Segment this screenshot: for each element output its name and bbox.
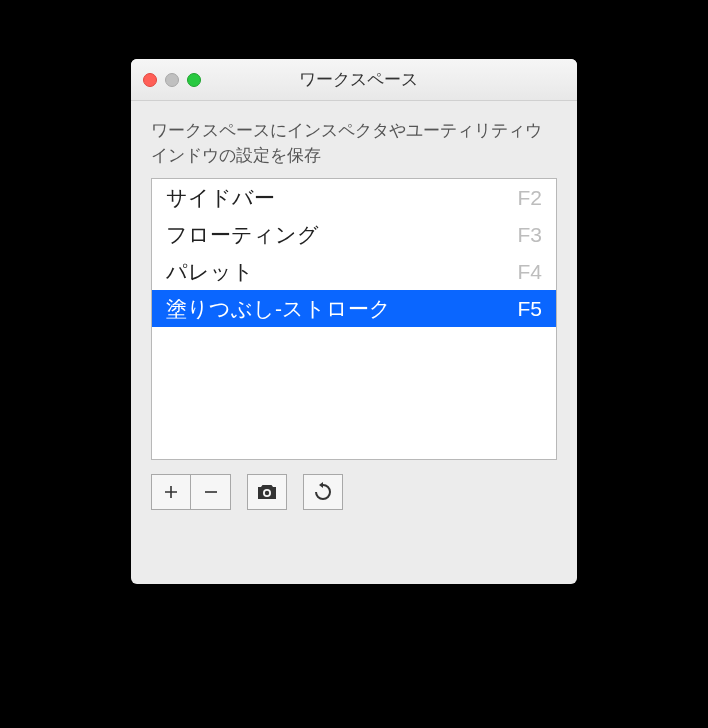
list-item[interactable]: サイドバー F2: [152, 179, 556, 216]
workspace-window: ワークスペース ワークスペースにインスペクタやユーティリティウインドウの設定を保…: [131, 59, 577, 584]
list-item-shortcut: F2: [517, 186, 542, 210]
list-item-label: サイドバー: [166, 184, 275, 212]
svg-point-1: [265, 491, 269, 495]
list-item[interactable]: 塗りつぶし-ストローク F5: [152, 290, 556, 327]
list-item-label: フローティング: [166, 221, 319, 249]
reset-icon: [312, 481, 334, 503]
content-area: ワークスペースにインスペクタやユーティリティウインドウの設定を保存 サイドバー …: [131, 101, 577, 528]
reset-button[interactable]: [303, 474, 343, 510]
plus-icon: [163, 484, 179, 500]
workspace-list[interactable]: サイドバー F2 フローティング F3 パレット F4 塗りつぶし-ストローク …: [151, 178, 557, 460]
titlebar[interactable]: ワークスペース: [131, 59, 577, 101]
list-item-label: パレット: [166, 258, 254, 286]
window-title: ワークスペース: [151, 68, 565, 91]
bottom-toolbar: [151, 474, 557, 510]
add-remove-group: [151, 474, 231, 510]
list-item[interactable]: フローティング F3: [152, 216, 556, 253]
list-item-label: 塗りつぶし-ストローク: [166, 295, 391, 323]
list-item[interactable]: パレット F4: [152, 253, 556, 290]
list-item-shortcut: F5: [517, 297, 542, 321]
list-item-shortcut: F3: [517, 223, 542, 247]
description-text: ワークスペースにインスペクタやユーティリティウインドウの設定を保存: [151, 119, 557, 168]
snapshot-button[interactable]: [247, 474, 287, 510]
remove-button[interactable]: [191, 474, 231, 510]
camera-icon: [256, 483, 278, 501]
list-item-shortcut: F4: [517, 260, 542, 284]
add-button[interactable]: [151, 474, 191, 510]
minus-icon: [203, 484, 219, 500]
